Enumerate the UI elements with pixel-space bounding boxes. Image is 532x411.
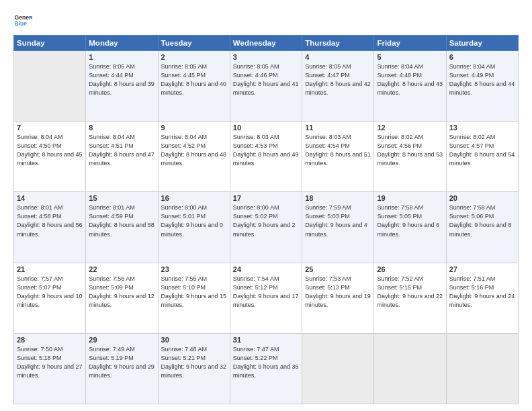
calendar-cell: 11Sunrise: 8:03 AMSunset: 4:54 PMDayligh… — [302, 122, 374, 192]
day-number: 4 — [305, 53, 371, 61]
day-number: 31 — [233, 336, 299, 344]
day-info: Sunrise: 7:54 AMSunset: 5:12 PMDaylight:… — [233, 275, 299, 310]
calendar-cell: 9Sunrise: 8:04 AMSunset: 4:52 PMDaylight… — [158, 122, 230, 192]
calendar-header-friday: Friday — [374, 36, 446, 51]
day-number: 29 — [89, 336, 154, 344]
calendar-cell — [446, 333, 518, 404]
day-number: 21 — [17, 265, 83, 273]
day-number: 30 — [161, 336, 227, 344]
day-info: Sunrise: 7:50 AMSunset: 5:18 PMDaylight:… — [17, 345, 83, 380]
day-number: 23 — [161, 265, 227, 273]
calendar-header-row: SundayMondayTuesdayWednesdayThursdayFrid… — [14, 36, 519, 51]
day-number: 20 — [449, 194, 515, 202]
calendar-header-sunday: Sunday — [14, 36, 86, 51]
day-number: 10 — [233, 124, 299, 132]
calendar-cell: 1Sunrise: 8:05 AMSunset: 4:44 PMDaylight… — [86, 51, 158, 122]
calendar-cell: 2Sunrise: 8:05 AMSunset: 4:45 PMDaylight… — [158, 51, 230, 122]
day-info: Sunrise: 8:05 AMSunset: 4:45 PMDaylight:… — [161, 62, 227, 97]
calendar-cell: 3Sunrise: 8:05 AMSunset: 4:46 PMDaylight… — [230, 51, 302, 122]
calendar-header-saturday: Saturday — [446, 36, 518, 51]
calendar-table: SundayMondayTuesdayWednesdayThursdayFrid… — [13, 35, 519, 404]
day-info: Sunrise: 7:59 AMSunset: 5:03 PMDaylight:… — [305, 203, 371, 238]
day-number: 1 — [89, 53, 154, 61]
day-info: Sunrise: 7:49 AMSunset: 5:19 PMDaylight:… — [89, 345, 154, 380]
day-info: Sunrise: 8:01 AMSunset: 4:59 PMDaylight:… — [89, 203, 154, 238]
day-info: Sunrise: 8:05 AMSunset: 4:44 PMDaylight:… — [89, 62, 154, 97]
calendar-header-monday: Monday — [86, 36, 158, 51]
calendar-cell: 4Sunrise: 8:05 AMSunset: 4:47 PMDaylight… — [302, 51, 374, 122]
header: General Blue — [13, 12, 519, 31]
calendar-cell: 25Sunrise: 7:53 AMSunset: 5:13 PMDayligh… — [302, 263, 374, 333]
logo: General Blue — [13, 12, 32, 31]
calendar-cell: 13Sunrise: 8:02 AMSunset: 4:57 PMDayligh… — [446, 122, 518, 192]
day-info: Sunrise: 8:02 AMSunset: 4:56 PMDaylight:… — [377, 133, 443, 168]
day-number: 12 — [377, 124, 443, 132]
calendar-cell: 5Sunrise: 8:04 AMSunset: 4:48 PMDaylight… — [374, 51, 446, 122]
calendar-cell — [14, 51, 86, 122]
day-info: Sunrise: 8:00 AMSunset: 5:02 PMDaylight:… — [233, 203, 299, 238]
day-number: 9 — [161, 124, 227, 132]
day-info: Sunrise: 8:04 AMSunset: 4:50 PMDaylight:… — [17, 133, 83, 168]
day-number: 2 — [161, 53, 227, 61]
day-info: Sunrise: 7:48 AMSunset: 5:21 PMDaylight:… — [161, 345, 227, 380]
calendar-cell: 29Sunrise: 7:49 AMSunset: 5:19 PMDayligh… — [86, 333, 158, 404]
calendar-cell: 12Sunrise: 8:02 AMSunset: 4:56 PMDayligh… — [374, 122, 446, 192]
day-number: 19 — [377, 194, 443, 202]
day-info: Sunrise: 7:57 AMSunset: 5:07 PMDaylight:… — [17, 275, 83, 310]
day-info: Sunrise: 7:51 AMSunset: 5:16 PMDaylight:… — [449, 275, 515, 310]
day-info: Sunrise: 7:56 AMSunset: 5:09 PMDaylight:… — [89, 275, 154, 310]
day-info: Sunrise: 8:04 AMSunset: 4:48 PMDaylight:… — [377, 62, 443, 97]
calendar-cell: 23Sunrise: 7:55 AMSunset: 5:10 PMDayligh… — [158, 263, 230, 333]
day-number: 3 — [233, 53, 299, 61]
calendar-cell: 27Sunrise: 7:51 AMSunset: 5:16 PMDayligh… — [446, 263, 518, 333]
day-info: Sunrise: 8:03 AMSunset: 4:53 PMDaylight:… — [233, 133, 299, 168]
day-info: Sunrise: 7:58 AMSunset: 5:05 PMDaylight:… — [377, 203, 443, 238]
calendar-cell: 17Sunrise: 8:00 AMSunset: 5:02 PMDayligh… — [230, 192, 302, 263]
day-info: Sunrise: 8:01 AMSunset: 4:58 PMDaylight:… — [17, 203, 83, 238]
calendar-week-4: 28Sunrise: 7:50 AMSunset: 5:18 PMDayligh… — [14, 333, 519, 404]
day-number: 11 — [305, 124, 371, 132]
day-number: 18 — [305, 194, 371, 202]
svg-text:Blue: Blue — [15, 20, 28, 27]
calendar-cell: 31Sunrise: 7:47 AMSunset: 5:22 PMDayligh… — [230, 333, 302, 404]
day-number: 28 — [17, 336, 83, 344]
calendar-cell: 7Sunrise: 8:04 AMSunset: 4:50 PMDaylight… — [14, 122, 86, 192]
calendar-cell: 16Sunrise: 8:00 AMSunset: 5:01 PMDayligh… — [158, 192, 230, 263]
calendar-cell: 24Sunrise: 7:54 AMSunset: 5:12 PMDayligh… — [230, 263, 302, 333]
calendar-cell: 8Sunrise: 8:04 AMSunset: 4:51 PMDaylight… — [86, 122, 158, 192]
calendar-cell: 10Sunrise: 8:03 AMSunset: 4:53 PMDayligh… — [230, 122, 302, 192]
day-number: 5 — [377, 53, 443, 61]
logo-icon: General Blue — [13, 12, 32, 31]
day-info: Sunrise: 7:47 AMSunset: 5:22 PMDaylight:… — [233, 345, 299, 380]
calendar-cell: 19Sunrise: 7:58 AMSunset: 5:05 PMDayligh… — [374, 192, 446, 263]
day-number: 8 — [89, 124, 154, 132]
calendar-week-2: 14Sunrise: 8:01 AMSunset: 4:58 PMDayligh… — [14, 192, 519, 263]
calendar-cell: 22Sunrise: 7:56 AMSunset: 5:09 PMDayligh… — [86, 263, 158, 333]
svg-text:General: General — [15, 14, 32, 21]
day-info: Sunrise: 8:04 AMSunset: 4:52 PMDaylight:… — [161, 133, 227, 168]
day-info: Sunrise: 8:05 AMSunset: 4:46 PMDaylight:… — [233, 62, 299, 97]
calendar-cell: 28Sunrise: 7:50 AMSunset: 5:18 PMDayligh… — [14, 333, 86, 404]
calendar-week-3: 21Sunrise: 7:57 AMSunset: 5:07 PMDayligh… — [14, 263, 519, 333]
day-number: 22 — [89, 265, 154, 273]
calendar-cell: 30Sunrise: 7:48 AMSunset: 5:21 PMDayligh… — [158, 333, 230, 404]
day-number: 6 — [449, 53, 515, 61]
day-number: 26 — [377, 265, 443, 273]
day-info: Sunrise: 8:03 AMSunset: 4:54 PMDaylight:… — [305, 133, 371, 168]
day-number: 14 — [17, 194, 83, 202]
day-info: Sunrise: 7:55 AMSunset: 5:10 PMDaylight:… — [161, 275, 227, 310]
day-number: 27 — [449, 265, 515, 273]
day-info: Sunrise: 7:58 AMSunset: 5:06 PMDaylight:… — [449, 203, 515, 238]
day-number: 16 — [161, 194, 227, 202]
page: General Blue SundayMondayTuesdayWednesda… — [0, 0, 532, 411]
day-info: Sunrise: 7:52 AMSunset: 5:15 PMDaylight:… — [377, 275, 443, 310]
calendar-cell: 18Sunrise: 7:59 AMSunset: 5:03 PMDayligh… — [302, 192, 374, 263]
day-info: Sunrise: 8:00 AMSunset: 5:01 PMDaylight:… — [161, 203, 227, 238]
calendar-header-thursday: Thursday — [302, 36, 374, 51]
day-number: 15 — [89, 194, 154, 202]
calendar-header-tuesday: Tuesday — [158, 36, 230, 51]
day-info: Sunrise: 8:05 AMSunset: 4:47 PMDaylight:… — [305, 62, 371, 97]
calendar-cell: 6Sunrise: 8:04 AMSunset: 4:49 PMDaylight… — [446, 51, 518, 122]
day-info: Sunrise: 8:04 AMSunset: 4:49 PMDaylight:… — [449, 62, 515, 97]
calendar-cell: 14Sunrise: 8:01 AMSunset: 4:58 PMDayligh… — [14, 192, 86, 263]
